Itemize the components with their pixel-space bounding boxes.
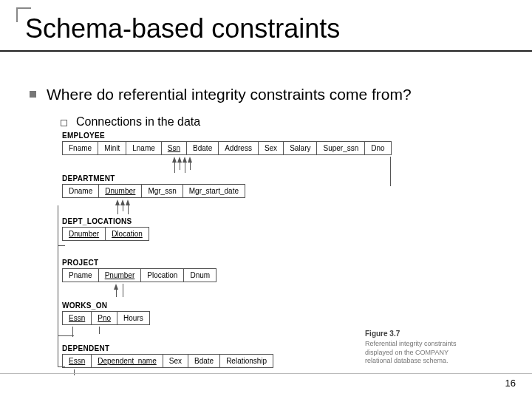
connector-line [190,163,191,170]
table-name: DEPENDENT [62,344,273,352]
col-pk: Dlocation [105,227,149,241]
col: Super_ssn [316,141,364,155]
table-row: Dname Dnumber Mgr_ssn Mgr_start_date [62,184,245,198]
col-pk: Essn [62,311,91,325]
slide-title: Schema-based constraints [25,13,340,44]
table-row: Essn Dependent_name Sex Bdate Relationsh… [62,354,273,368]
bullet-level-1: Where do referential integrity constrain… [30,86,412,103]
col-pk: Pnumber [98,268,141,282]
arrow-up-icon [188,157,192,163]
table-dept-locations: DEPT_LOCATIONS Dnumber Dlocation [62,217,149,241]
col: Plocation [140,268,183,282]
col: Dno [364,141,391,155]
col: Minit [98,141,126,155]
bullet-square-icon [30,91,36,98]
title-underline [0,50,532,52]
table-department: DEPARTMENT Dname Dnumber Mgr_ssn Mgr_sta… [62,174,245,198]
connector-line [174,163,175,173]
col: Salary [283,141,316,155]
col-pk: Dnumber [98,184,141,198]
connector-line [180,163,180,170]
col: Bdate [186,141,218,155]
connector-line [58,366,65,367]
col: Bdate [188,354,219,368]
bullet2-text: Connections in the data [76,115,200,129]
slide: Schema-based constraints Where do refere… [0,0,532,399]
col: Fname [62,141,98,155]
connector-line [128,205,129,214]
col-pk: Pno [91,311,117,325]
col-pk: Essn [62,354,91,368]
connector-line [74,369,75,375]
table-row: Pname Pnumber Plocation Dnum [62,268,216,282]
connector-line [58,245,65,246]
connector-line [123,284,123,297]
table-employee: EMPLOYEE Fname Minit Lname Ssn Bdate Add… [62,132,392,155]
col: Sex [163,354,188,368]
connector-line [99,327,100,334]
bullet-level-2: Connections in the data [61,115,200,129]
col-pk: Ssn [161,141,186,155]
connector-line [116,290,117,297]
connector-line [185,163,185,173]
arrow-up-icon [115,200,120,205]
table-row: Dnumber Dlocation [62,227,149,241]
arrow-up-icon [177,157,182,163]
col: Hours [117,311,150,325]
table-dependent: DEPENDENT Essn Dependent_name Sex Bdate … [62,344,273,368]
connector-line [123,205,123,211]
page-number: 16 [505,378,516,389]
col: Relationship [219,354,273,368]
arrow-up-icon [114,284,118,290]
connector-line [58,205,58,366]
table-name: WORKS_ON [62,301,150,310]
bullet1-text: Where do referential integrity constrain… [47,86,412,103]
schema-diagram: EMPLOYEE Fname Minit Lname Ssn Bdate Add… [58,132,479,377]
col: Sex [258,141,283,155]
table-name: PROJECT [62,259,216,267]
caption-body: Referential integrity constraints displa… [365,340,457,364]
arrow-up-icon [172,157,177,163]
table-name: EMPLOYEE [62,132,392,140]
col: Mgr_start_date [183,184,245,198]
footer-divider [0,373,532,374]
table-project: PROJECT Pname Pnumber Plocation Dnum [62,259,216,282]
bullet-hollow-square-icon [61,120,67,126]
table-name: DEPT_LOCATIONS [62,217,149,225]
table-name: DEPARTMENT [62,174,245,183]
arrow-up-icon [183,157,187,163]
col: Pname [62,268,98,282]
connector-line [390,157,391,186]
col: Dname [62,184,98,198]
arrow-up-icon [120,200,125,205]
table-row: Essn Pno Hours [62,311,150,325]
caption-title: Figure 3.7 [365,330,476,339]
col: Address [218,141,258,155]
figure-caption: Figure 3.7 Referential integrity constra… [365,330,476,365]
col: Lname [126,141,161,155]
col-pk: Dnumber [62,227,105,241]
arrow-up-icon [126,200,130,205]
col: Mgr_ssn [141,184,182,198]
table-works-on: WORKS_ON Essn Pno Hours [62,301,150,325]
col-pk: Dependent_name [91,354,163,368]
table-row: Fname Minit Lname Ssn Bdate Address Sex … [62,141,392,155]
col: Dnum [183,268,216,282]
connector-line [117,205,118,214]
connector-line [58,335,74,336]
